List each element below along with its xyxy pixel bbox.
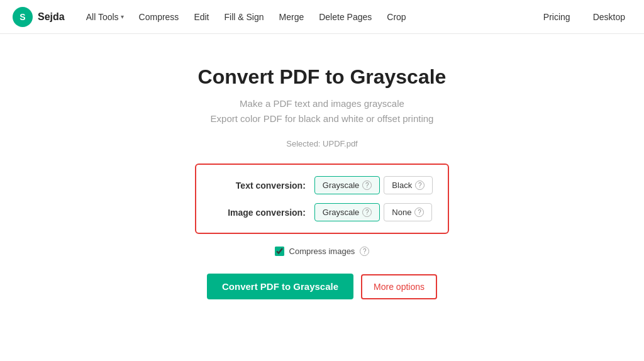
nav-items: All Tools ▾ Compress Edit Fill & Sign Me… <box>80 8 537 26</box>
image-conversion-row: Image conversion: Grayscale ? None ? <box>211 203 433 221</box>
nav-right: Pricing Desktop <box>537 8 631 26</box>
compress-images-checkbox[interactable] <box>275 247 284 256</box>
image-grayscale-help-icon[interactable]: ? <box>362 208 372 217</box>
more-options-button[interactable]: More options <box>361 274 437 299</box>
nav-item-compress[interactable]: Compress <box>133 8 186 26</box>
action-row: Convert PDF to Grayscale More options <box>207 274 437 299</box>
nav-item-delete-pages[interactable]: Delete Pages <box>313 8 378 26</box>
nav-item-pricing[interactable]: Pricing <box>537 8 577 26</box>
chevron-down-icon: ▾ <box>121 13 124 20</box>
image-none-help-icon[interactable]: ? <box>414 208 424 217</box>
convert-button[interactable]: Convert PDF to Grayscale <box>207 274 353 299</box>
selected-file: Selected: UPDF.pdf <box>286 139 357 148</box>
text-grayscale-help-icon[interactable]: ? <box>362 181 372 190</box>
image-conversion-label: Image conversion: <box>211 208 306 218</box>
page-subtitle: Make a PDF text and images grayscale Exp… <box>211 96 434 126</box>
logo-icon: S <box>13 7 33 27</box>
nav-item-merge[interactable]: Merge <box>273 8 311 26</box>
compress-row: Compress images ? <box>275 247 370 256</box>
compress-images-label: Compress images <box>289 247 355 256</box>
text-black-button[interactable]: Black ? <box>384 176 433 194</box>
main-content: Convert PDF to Grayscale Make a PDF text… <box>0 34 644 299</box>
nav-item-all-tools[interactable]: All Tools ▾ <box>80 8 130 26</box>
nav-item-crop[interactable]: Crop <box>380 8 412 26</box>
logo-area[interactable]: S Sejda <box>13 7 65 27</box>
nav-item-desktop[interactable]: Desktop <box>587 8 631 26</box>
image-grayscale-button[interactable]: Grayscale ? <box>314 203 380 221</box>
text-conversion-row: Text conversion: Grayscale ? Black ? <box>211 176 433 194</box>
image-none-button[interactable]: None ? <box>384 203 432 221</box>
image-conversion-buttons: Grayscale ? None ? <box>314 203 433 221</box>
text-grayscale-button[interactable]: Grayscale ? <box>314 176 380 194</box>
brand-name: Sejda <box>38 11 65 23</box>
page-title: Convert PDF to Grayscale <box>198 65 447 89</box>
nav-item-edit[interactable]: Edit <box>187 8 215 26</box>
text-black-help-icon[interactable]: ? <box>415 181 425 190</box>
options-box: Text conversion: Grayscale ? Black ? Ima… <box>195 164 449 234</box>
compress-help-icon[interactable]: ? <box>360 247 369 256</box>
nav-item-fill-sign[interactable]: Fill & Sign <box>218 8 270 26</box>
text-conversion-buttons: Grayscale ? Black ? <box>314 176 433 194</box>
navbar: S Sejda All Tools ▾ Compress Edit Fill &… <box>0 0 644 34</box>
text-conversion-label: Text conversion: <box>211 181 306 191</box>
